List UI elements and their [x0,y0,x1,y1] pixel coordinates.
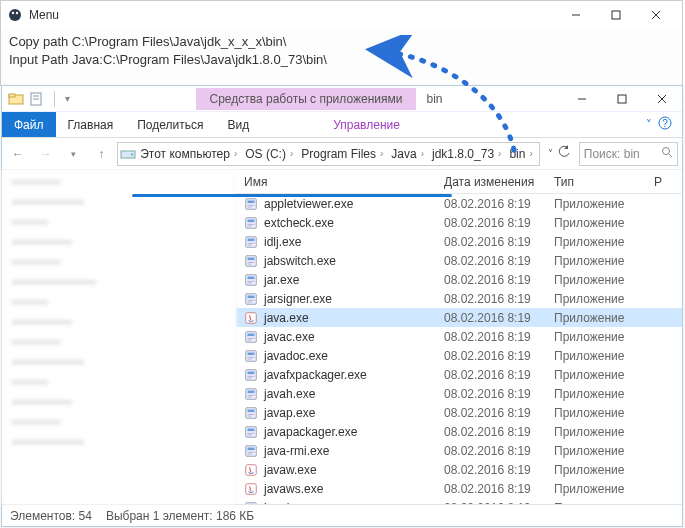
svg-rect-47 [246,331,257,342]
explorer-window: ▾ Средства работы с приложениями bin Фай… [1,85,683,527]
exe-icon [244,387,258,401]
svg-point-1 [12,12,14,14]
breadcrumb-segment[interactable]: bin› [505,147,536,161]
svg-rect-40 [248,280,255,281]
maximize-button[interactable] [596,1,636,29]
svg-rect-67 [246,426,257,437]
svg-rect-70 [248,434,252,435]
qat-dropdown-icon[interactable]: ▾ [65,93,70,104]
file-type: Приложение [546,368,646,382]
file-type: Приложение [546,387,646,401]
svg-rect-65 [248,413,255,414]
breadcrumb-segment[interactable]: OS (C:)› [241,147,297,161]
tab-file[interactable]: Файл [2,112,56,137]
col-name[interactable]: Имя [236,175,436,189]
refresh-button[interactable] [557,145,571,162]
ribbon-expand-icon[interactable]: ˅ [646,118,652,131]
file-type: Приложение [546,216,646,230]
tab-home[interactable]: Главная [56,112,126,137]
col-type[interactable]: Тип [546,175,646,189]
svg-point-2 [16,12,18,14]
file-type: Приложение [546,482,646,496]
nav-forward-button[interactable]: → [34,142,58,166]
exe-icon [244,349,258,363]
file-type: Приложение [546,349,646,363]
drive-icon [120,146,136,162]
svg-rect-37 [248,263,252,264]
file-date: 08.02.2016 8:19 [436,387,546,401]
file-row[interactable]: jcmd.exe08.02.2016 8:19Приложение [236,498,682,504]
file-row[interactable]: javah.exe08.02.2016 8:19Приложение [236,384,682,403]
col-date[interactable]: Дата изменения [436,175,546,189]
explorer-minimize-button[interactable] [562,86,602,112]
breadcrumb-segment[interactable]: Program Files› [297,147,387,161]
file-date: 08.02.2016 8:19 [436,444,546,458]
col-size[interactable]: Р [646,175,662,189]
file-name: javapackager.exe [264,425,357,439]
file-row[interactable]: javaw.exe08.02.2016 8:19Приложение [236,460,682,479]
svg-rect-71 [246,445,257,456]
file-row[interactable]: idlj.exe08.02.2016 8:19Приложение [236,232,682,251]
nav-up-button[interactable]: ↑ [89,142,113,166]
file-type: Приложение [546,197,646,211]
explorer-close-button[interactable] [642,86,682,112]
file-row[interactable]: javafxpackager.exe08.02.2016 8:19Приложе… [236,365,682,384]
breadcrumb-segment[interactable]: jdk1.8.0_73› [428,147,505,161]
close-button[interactable] [636,1,676,29]
file-row[interactable]: extcheck.exe08.02.2016 8:19Приложение [236,213,682,232]
file-row[interactable]: jabswitch.exe08.02.2016 8:19Приложение [236,251,682,270]
svg-point-0 [9,9,21,21]
java-icon [244,311,258,325]
properties-icon[interactable] [28,91,44,107]
file-date: 08.02.2016 8:19 [436,197,546,211]
file-name: jar.exe [264,273,299,287]
svg-rect-58 [248,377,252,378]
file-row[interactable]: java.exe08.02.2016 8:19Приложение [236,308,682,327]
address-box[interactable]: Этот компьютер›OS (C:)›Program Files›Jav… [117,142,540,166]
svg-rect-28 [248,223,255,224]
tab-view[interactable]: Вид [215,112,261,137]
file-row[interactable]: jar.exe08.02.2016 8:19Приложение [236,270,682,289]
file-row[interactable]: jarsigner.exe08.02.2016 8:19Приложение [236,289,682,308]
file-name: idlj.exe [264,235,301,249]
exe-icon [244,273,258,287]
svg-rect-57 [248,375,255,376]
file-row[interactable]: javap.exe08.02.2016 8:19Приложение [236,403,682,422]
navigation-tree[interactable]: ▬▬▬▬ ▬▬▬▬▬▬ ▬▬▬ ▬▬▬▬▬ ▬▬▬▬ ▬▬▬▬▬▬▬ ▬▬▬ ▬… [2,170,236,504]
svg-rect-39 [248,276,255,279]
exe-icon [244,425,258,439]
breadcrumb-segment[interactable]: Этот компьютер› [136,147,241,161]
file-row[interactable]: javadoc.exe08.02.2016 8:19Приложение [236,346,682,365]
tab-manage[interactable]: Управление [321,112,412,137]
exe-icon [244,406,258,420]
svg-rect-60 [248,390,255,393]
help-icon[interactable]: ? [658,116,672,133]
svg-rect-26 [246,217,257,228]
file-date: 08.02.2016 8:19 [436,216,546,230]
explorer-maximize-button[interactable] [602,86,642,112]
exe-icon [244,501,258,505]
exe-icon [244,292,258,306]
file-type: Приложение [546,330,646,344]
list-header[interactable]: Имя Дата изменения Тип Р [236,170,682,194]
status-selection: Выбран 1 элемент: 186 КБ [106,509,254,523]
file-row[interactable]: javaws.exe08.02.2016 8:19Приложение [236,479,682,498]
minimize-button[interactable] [556,1,596,29]
svg-rect-51 [246,350,257,361]
exe-icon [244,254,258,268]
file-name: javafxpackager.exe [264,368,367,382]
exe-icon [244,330,258,344]
nav-recent-dropdown[interactable]: ▾ [62,142,86,166]
file-name: javaw.exe [264,463,317,477]
tab-share[interactable]: Поделиться [125,112,215,137]
file-list[interactable]: Имя Дата изменения Тип Р appletviewer.ex… [236,170,682,504]
nav-back-button[interactable]: ← [6,142,30,166]
address-dropdown-icon[interactable]: ˅ [548,148,553,159]
breadcrumb-segment[interactable]: Java› [387,147,428,161]
explorer-titlebar: ▾ Средства работы с приложениями bin [2,86,682,112]
exe-icon [244,235,258,249]
file-row[interactable]: java-rmi.exe08.02.2016 8:19Приложение [236,441,682,460]
search-input[interactable]: Поиск: bin [579,142,678,166]
file-row[interactable]: javapackager.exe08.02.2016 8:19Приложени… [236,422,682,441]
file-row[interactable]: javac.exe08.02.2016 8:19Приложение [236,327,682,346]
